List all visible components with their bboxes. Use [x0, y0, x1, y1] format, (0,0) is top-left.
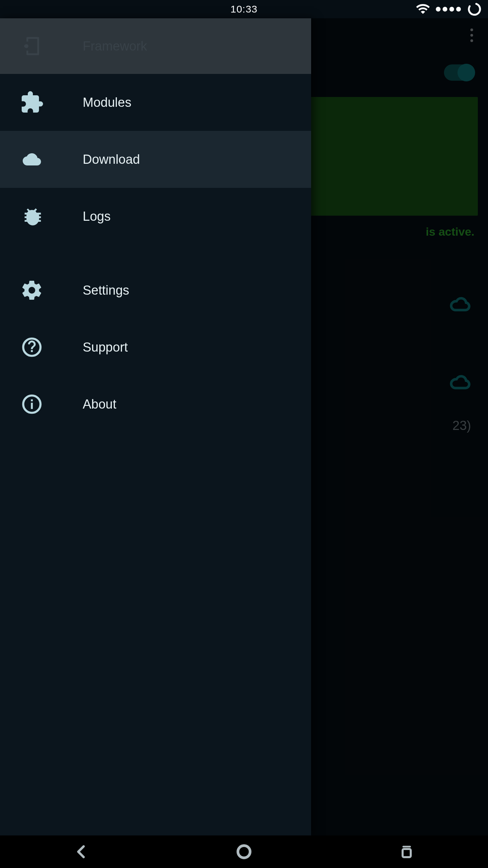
svg-point-0	[467, 2, 482, 16]
drawer-item-label: Support	[83, 340, 128, 355]
navigation-drawer: Framework Modules Download Logs Settings…	[0, 18, 311, 835]
framework-icon	[18, 33, 45, 60]
drawer-item-download[interactable]: Download	[0, 131, 311, 188]
wifi-icon	[416, 2, 430, 16]
svg-rect-6	[31, 399, 33, 401]
help-icon	[18, 334, 45, 361]
drawer-item-label: Settings	[83, 283, 129, 298]
bug-icon	[18, 203, 45, 230]
drawer-item-about[interactable]: About	[0, 376, 311, 433]
drawer-item-settings[interactable]: Settings	[0, 262, 311, 319]
drawer-item-label: About	[83, 397, 116, 412]
drawer-item-logs[interactable]: Logs	[0, 188, 311, 245]
drawer-item-support[interactable]: Support	[0, 319, 311, 376]
drawer-item-framework[interactable]: Framework	[0, 18, 311, 74]
back-button[interactable]	[68, 842, 95, 862]
drawer-item-label: Download	[83, 152, 140, 167]
cloud-icon	[18, 146, 45, 173]
svg-point-7	[238, 846, 250, 858]
puzzle-icon	[18, 89, 45, 116]
system-navigation-bar	[0, 835, 488, 868]
home-button[interactable]	[230, 842, 258, 862]
status-bar-right-cluster	[416, 2, 482, 17]
info-icon	[18, 391, 45, 418]
status-bar-clock: 10:33	[230, 3, 258, 15]
drawer-item-modules[interactable]: Modules	[0, 74, 311, 131]
svg-rect-5	[31, 403, 33, 409]
status-bar: 10:33	[0, 0, 488, 18]
signal-dots-icon	[436, 7, 461, 12]
drawer-item-label: Logs	[83, 209, 110, 224]
drawer-item-label: Framework	[83, 39, 147, 54]
gear-icon	[18, 277, 45, 304]
drawer-divider	[0, 245, 311, 262]
loading-spinner-icon	[467, 2, 482, 17]
svg-rect-8	[403, 849, 411, 857]
drawer-item-label: Modules	[83, 95, 131, 110]
recents-button[interactable]	[393, 842, 420, 862]
